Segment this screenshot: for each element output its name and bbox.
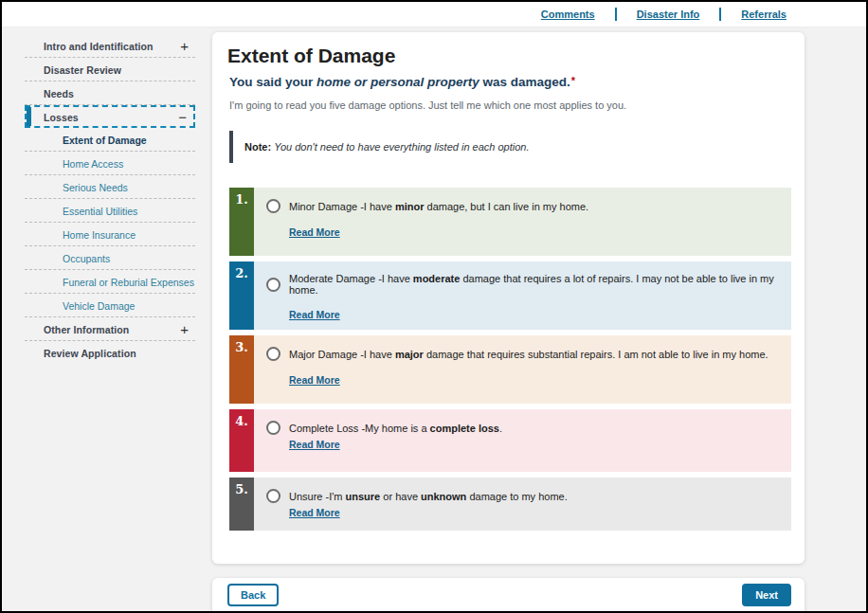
damage-option-row-1: 1. Minor Damage -I have minor damage, bu…: [229, 188, 791, 256]
sidebar-item-label: Funeral or Reburial Expenses: [63, 277, 194, 288]
sidebar-item-disaster-review[interactable]: Disaster Review: [25, 58, 195, 81]
option-label: Complete Loss -My home is a complete los…: [289, 423, 502, 434]
note-label: Note:: [244, 141, 271, 153]
sidebar-item-label: Occupants: [63, 253, 110, 264]
sidebar-item-label: Home Access: [63, 158, 123, 170]
sidebar-item-essential-utilities[interactable]: Essential Utilities: [25, 199, 195, 223]
question-prefix: You said your: [229, 75, 316, 89]
sidebar-item-label: Essential Utilities: [63, 206, 137, 217]
sidebar-item-intro-and-identification[interactable]: Intro and Identification +: [25, 34, 195, 58]
required-asterisk: *: [571, 75, 575, 86]
sidebar-item-serious-needs[interactable]: Serious Needs: [25, 175, 195, 199]
damage-option-row-4: 4. Complete Loss -My home is a complete …: [229, 409, 791, 472]
option-radio[interactable]: [266, 421, 280, 435]
application-window: Comments Disaster Info Referrals Intro a…: [0, 0, 868, 613]
option-radio[interactable]: [266, 347, 280, 361]
note-text: You don't need to have everything listed…: [274, 141, 529, 153]
option-label: Major Damage -I have major damage that r…: [289, 349, 769, 360]
minus-icon[interactable]: −: [178, 110, 187, 124]
sidebar-item-other-information[interactable]: Other Information +: [25, 317, 195, 341]
comments-link[interactable]: Comments: [541, 9, 595, 20]
disaster-info-link[interactable]: Disaster Info: [637, 9, 700, 20]
option-number-badge: 2.: [229, 261, 254, 330]
main-content-panel: Extent of Damage You said your home or p…: [212, 32, 805, 564]
footer-action-bar: Back Next: [212, 578, 805, 613]
sidebar-item-home-access[interactable]: Home Access: [25, 152, 195, 175]
sidebar-item-label: Serious Needs: [63, 182, 128, 193]
read-more-link[interactable]: Read More: [289, 309, 340, 320]
back-button[interactable]: Back: [227, 584, 279, 606]
separator: [615, 8, 617, 21]
damage-options-list: 1. Minor Damage -I have minor damage, bu…: [229, 188, 791, 531]
option-radio[interactable]: [266, 278, 280, 292]
sidebar-item-needs[interactable]: Needs: [25, 81, 195, 105]
sidebar-item-label: Review Application: [44, 348, 136, 359]
next-button[interactable]: Next: [742, 584, 791, 606]
option-label: Unsure -I'm unsure or have unknown damag…: [289, 491, 568, 502]
section-navigation: Intro and Identification + Disaster Revi…: [25, 34, 195, 365]
option-number-badge: 4.: [229, 409, 254, 472]
sidebar-item-losses[interactable]: Losses −: [25, 105, 195, 128]
sidebar-item-label: Extent of Damage: [63, 135, 147, 146]
page-title: Extent of Damage: [227, 45, 791, 67]
sidebar-item-label: Disaster Review: [44, 64, 121, 76]
option-number-badge: 1.: [229, 188, 254, 256]
sidebar-item-review-application[interactable]: Review Application: [25, 341, 195, 365]
sidebar-item-label: Home Insurance: [63, 229, 136, 241]
note-callout: Note: You don't need to have everything …: [229, 131, 791, 163]
note-text-body: You don't need to have everything listed…: [274, 141, 529, 153]
option-number-badge: 3.: [229, 335, 254, 404]
option-radio[interactable]: [266, 489, 280, 503]
sidebar-item-label: Other Information: [44, 324, 129, 335]
option-label: Moderate Damage -I have moderate damage …: [289, 273, 780, 296]
read-more-link[interactable]: Read More: [289, 226, 340, 238]
sidebar-item-label: Intro and Identification: [44, 41, 154, 52]
option-label: Minor Damage -I have minor damage, but I…: [289, 201, 588, 212]
sidebar-item-vehicle-damage[interactable]: Vehicle Damage: [25, 294, 195, 317]
sidebar-item-home-insurance[interactable]: Home Insurance: [25, 223, 195, 246]
question-emphasis: home or personal property: [316, 75, 479, 89]
sidebar-item-label: Needs: [44, 88, 74, 99]
sidebar-item-extent-of-damage[interactable]: Extent of Damage: [25, 128, 195, 152]
read-more-link[interactable]: Read More: [289, 507, 340, 518]
option-radio[interactable]: [266, 199, 280, 213]
sidebar-item-label: Losses: [44, 112, 79, 123]
referrals-link[interactable]: Referrals: [741, 9, 787, 20]
script-instruction-text: I'm going to read you five damage option…: [229, 99, 791, 111]
sidebar-item-occupants[interactable]: Occupants: [25, 246, 195, 270]
separator: [719, 8, 721, 21]
read-more-link[interactable]: Read More: [289, 374, 340, 386]
option-number-badge: 5.: [229, 478, 254, 531]
question-text: You said your home or personal property …: [229, 75, 791, 89]
plus-icon[interactable]: +: [180, 39, 189, 53]
top-link-bar: Comments Disaster Info Referrals: [2, 2, 866, 27]
plus-icon[interactable]: +: [180, 322, 189, 336]
damage-option-row-2: 2. Moderate Damage -I have moderate dama…: [229, 261, 791, 330]
sidebar-item-funeral-or-reburial-expenses[interactable]: Funeral or Reburial Expenses: [25, 270, 195, 294]
damage-option-row-5: 5. Unsure -I'm unsure or have unknown da…: [229, 478, 791, 531]
sidebar-item-label: Vehicle Damage: [63, 300, 135, 312]
question-suffix: was damaged.: [479, 75, 570, 89]
damage-option-row-3: 3. Major Damage -I have major damage tha…: [229, 335, 791, 404]
read-more-link[interactable]: Read More: [289, 439, 340, 450]
